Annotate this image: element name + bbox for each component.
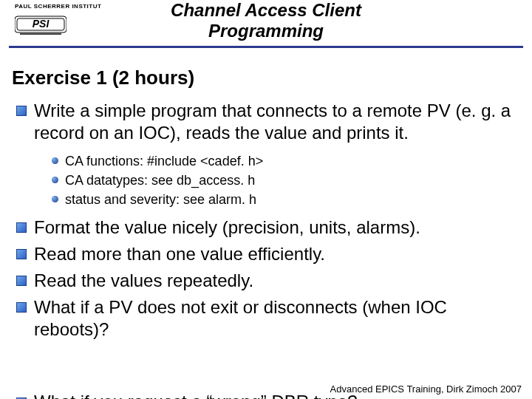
sub-list-item: status and severity: see alarm. h: [50, 190, 520, 209]
list-item: Read the values repeatedly.: [12, 270, 520, 292]
list-item: Write a simple program that connects to …: [12, 100, 520, 209]
sub-list-item: CA functions: #include <cadef. h>: [50, 151, 520, 171]
list-item-text: Write a simple program that connects to …: [34, 100, 511, 143]
slide-content: Exercise 1 (2 hours) Write a simple prog…: [0, 53, 532, 341]
psi-logo: PSI: [15, 12, 66, 37]
slide-header: PAUL SCHERRER INSTITUT PSI Channel Acces…: [0, 0, 532, 53]
sub-bullet-list: CA functions: #include <cadef. h> CA dat…: [34, 151, 520, 209]
sub-list-item: CA datatypes: see db_access. h: [50, 171, 520, 190]
cutoff-bullet: What if you request a “wrong” DBR type?: [12, 392, 358, 399]
title-line-2: Programming: [0, 21, 532, 41]
slide-footer: Advanced EPICS Training, Dirk Zimoch 200…: [330, 383, 522, 395]
list-item: Format the value nicely (precision, unit…: [12, 216, 520, 239]
list-item: Read more than one value efficiently.: [12, 243, 520, 265]
header-divider: [9, 46, 523, 48]
list-item: What if a PV does not exit or disconnect…: [12, 296, 520, 341]
section-heading: Exercise 1 (2 hours): [12, 66, 520, 89]
bullet-list: Write a simple program that connects to …: [12, 100, 520, 341]
svg-text:PSI: PSI: [33, 18, 50, 30]
institute-label: PAUL SCHERRER INSTITUT: [15, 3, 101, 10]
